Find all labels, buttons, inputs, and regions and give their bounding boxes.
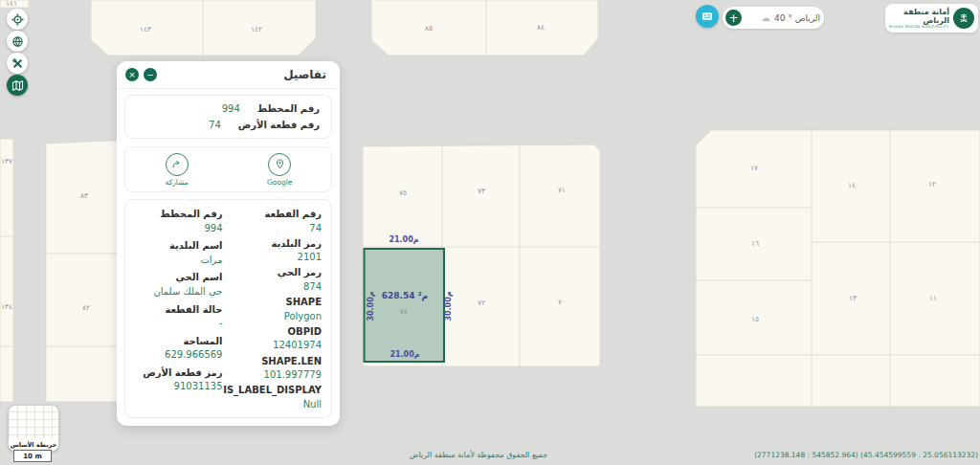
map-label: ١٢	[928, 180, 936, 188]
share-icon	[166, 153, 189, 176]
municipality-logo[interactable]: أمانة منطقة الرياض RIYADH REGION MUNICIP…	[885, 4, 978, 33]
attributes-card: رقم القطعة 74 رمز البلدية 2101 رمز الحي …	[124, 199, 332, 418]
map-label: ١٦	[751, 239, 759, 248]
map-label: ٧٤	[400, 307, 409, 316]
add-button[interactable]: +	[725, 10, 742, 26]
map-label: ٧٥	[399, 188, 407, 197]
field-value: حي الملك سلمان	[131, 285, 223, 299]
layers-button[interactable]	[7, 75, 28, 96]
field: المساحة 629.966569	[131, 335, 223, 366]
field-value: 12401974	[227, 339, 323, 353]
map-icon	[11, 79, 24, 92]
field-value: مرات	[131, 254, 223, 268]
field: رقم المخطط 994	[131, 208, 223, 239]
map-label: ١٤٣	[140, 25, 151, 33]
field-value: Null	[227, 398, 323, 412]
map-label: ٧٠	[558, 298, 566, 306]
map-label: ١٤١	[6, 0, 17, 8]
field-label: SHAPE.LEN	[227, 355, 323, 369]
field: حالة القطعة -	[131, 303, 223, 335]
map-toolbar-pill: + الرياض ° 40 ☁	[723, 7, 824, 29]
coordinates-readout: (2771238.148 : 545852.964) (45.454599559…	[729, 451, 978, 459]
google-button-label: Google	[267, 178, 292, 187]
parcel-number-row: رقم قطعة الأرض 74	[137, 117, 320, 133]
field-value: Polygon	[227, 310, 323, 324]
field-label: رمز البلدية	[227, 237, 323, 252]
field: رقم القطعة 74	[227, 208, 323, 237]
tools-button[interactable]	[7, 53, 28, 74]
plan-number-label: رقم المخطط	[257, 103, 320, 114]
map-label: م21.00	[389, 235, 418, 244]
selected-parcel[interactable]	[365, 249, 445, 362]
field-label: رمز الحي	[227, 266, 323, 280]
map-label: ٧٢	[478, 299, 485, 307]
map-label: ١١	[929, 294, 937, 302]
map-label: ٨٤	[537, 23, 545, 32]
field-value: 874	[227, 280, 323, 295]
map-label: ٨٣	[80, 191, 88, 200]
basemap-toggle[interactable]: خريطة الأساس	[8, 405, 59, 452]
field: SHAPE.LEN 101.997779	[227, 355, 323, 385]
field-label: اسم البلدية	[131, 239, 223, 254]
widget-button[interactable]	[696, 5, 719, 28]
parcel-number-label: رقم قطعة الأرض	[238, 120, 320, 130]
card-icon	[702, 8, 713, 26]
scale-bar: 10 m	[13, 450, 52, 462]
field-label: رمز قطعة الأرض	[131, 366, 223, 381]
details-panel-header: تفاصيل × −	[117, 61, 340, 89]
field: SHAPE Polygon	[227, 296, 323, 325]
scale-label: 10 m	[23, 453, 41, 460]
actions-card: Google مشاركة	[124, 146, 332, 192]
map-label: ٨٢	[82, 303, 90, 312]
logo-text: أمانة منطقة الرياض RIYADH REGION MUNICIP…	[889, 8, 949, 30]
field-value: 101.997779	[227, 368, 323, 383]
cloud-icon: ☁	[761, 13, 770, 23]
field-value: 91031135	[131, 380, 223, 394]
field: رمز قطعة الأرض 91031135	[131, 366, 223, 398]
share-button-label: مشاركة	[166, 178, 189, 187]
field-value: 994	[131, 222, 223, 236]
crosshair-icon	[11, 13, 24, 26]
field-label: المساحة	[131, 335, 223, 349]
app-window: ١٤١١٤٣١٤٢٨٥٨٤١٣٧١٣٤٨٣٨٢٧٥٧٣٧١٧٢٧٠١٧١٦١٥١…	[0, 0, 980, 465]
logo-subtitle: RIYADH REGION MUNICIPALITY	[889, 25, 949, 29]
field-value: 2101	[227, 251, 323, 265]
field: IS_LABEL_DISPLAY Null	[227, 384, 323, 413]
map-label: ١٧	[750, 164, 758, 172]
google-button[interactable]: Google	[229, 153, 332, 187]
logo-title: أمانة منطقة الرياض	[889, 8, 949, 25]
map-label: م30.00	[367, 291, 375, 321]
field-label: اسم الحي	[131, 271, 223, 285]
copyright-text: جميع الحقوق محفوظة لأمانة منطقة الرياض	[364, 451, 593, 459]
parcel-number-value: 74	[209, 120, 221, 130]
field-label: SHAPE	[227, 296, 323, 310]
attributes-column-left: رقم المخطط 994 اسم البلدية مرات اسم الحي…	[131, 208, 223, 413]
field-label: IS_LABEL_DISPLAY	[227, 384, 323, 398]
globe-icon	[11, 35, 24, 48]
emblem-icon	[953, 8, 974, 29]
map-label: ٧١	[558, 186, 566, 194]
map-label: ١٣	[849, 294, 857, 302]
attributes-column-right: رقم القطعة 74 رمز البلدية 2101 رمز الحي …	[223, 208, 323, 413]
field-label: رقم القطعة	[227, 208, 323, 222]
map-label: ١٥	[751, 315, 759, 323]
locate-button[interactable]	[7, 9, 28, 30]
panel-title: تفاصيل	[283, 68, 326, 81]
minimize-button[interactable]: −	[144, 68, 157, 81]
map-label: ١٤٢	[251, 25, 262, 33]
map-label: ٨٥	[425, 24, 433, 33]
tools-icon	[11, 57, 24, 70]
share-button[interactable]: مشاركة	[125, 153, 229, 187]
field: OBPID 12401974	[227, 325, 323, 355]
field: اسم البلدية مرات	[131, 239, 223, 271]
details-panel: تفاصيل × − رقم المخطط 994 رقم قطعة الأرض…	[117, 61, 340, 426]
google-pin-icon	[268, 153, 291, 176]
close-button[interactable]: ×	[125, 68, 139, 81]
globe-button[interactable]	[7, 31, 28, 52]
field-value: 74	[227, 222, 323, 236]
plan-number-value: 994	[222, 103, 240, 114]
field-value: 629.966569	[131, 348, 223, 363]
map-label: ١٣٧	[1, 157, 12, 166]
map-label: ١٣٤	[1, 302, 12, 311]
map-label: 628.54 م²	[382, 291, 428, 301]
